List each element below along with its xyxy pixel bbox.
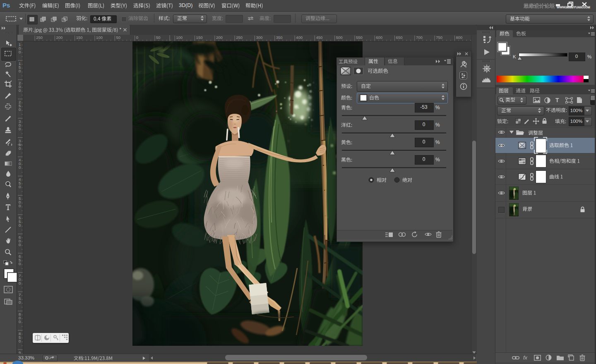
- svg-text:0: 0: [19, 88, 21, 93]
- svg-text:0: 0: [19, 242, 21, 247]
- svg-text:100: 100: [176, 35, 183, 40]
- svg-text:0: 0: [19, 300, 21, 304]
- svg-text:0: 0: [19, 165, 21, 170]
- svg-text:450: 450: [316, 35, 322, 40]
- svg-text:750: 750: [436, 35, 442, 40]
- svg-text:100: 100: [96, 35, 103, 40]
- svg-text:0: 0: [19, 281, 21, 285]
- svg-text:350: 350: [276, 35, 283, 40]
- svg-text:0: 0: [136, 35, 138, 40]
- svg-text:0: 0: [19, 50, 21, 54]
- svg-text:250: 250: [236, 35, 243, 40]
- svg-text:200: 200: [216, 35, 223, 40]
- svg-text:0: 0: [19, 184, 21, 189]
- svg-text:0: 0: [19, 127, 21, 131]
- svg-text:0: 0: [19, 261, 21, 266]
- svg-text:0: 0: [19, 339, 21, 343]
- svg-text:0: 0: [19, 146, 21, 151]
- svg-text:650: 650: [396, 35, 403, 40]
- svg-text:0: 0: [19, 107, 21, 112]
- svg-text:50: 50: [156, 35, 161, 40]
- svg-text:400: 400: [296, 35, 303, 40]
- svg-text:700: 700: [416, 35, 423, 40]
- svg-text:150: 150: [76, 35, 83, 40]
- svg-text:50: 50: [116, 35, 120, 40]
- svg-text:0: 0: [19, 204, 21, 208]
- svg-text:800: 800: [456, 35, 463, 40]
- svg-text:550: 550: [356, 35, 363, 40]
- svg-text:200: 200: [56, 35, 63, 40]
- svg-text:9: 9: [19, 350, 21, 354]
- svg-text:250: 250: [36, 35, 43, 40]
- svg-text:150: 150: [196, 35, 203, 40]
- svg-text:0: 0: [19, 223, 21, 228]
- svg-text:0: 0: [19, 319, 21, 324]
- svg-text:500: 500: [336, 35, 343, 40]
- svg-text:600: 600: [376, 35, 382, 40]
- svg-text:300: 300: [256, 35, 263, 40]
- svg-text:0: 0: [19, 69, 21, 73]
